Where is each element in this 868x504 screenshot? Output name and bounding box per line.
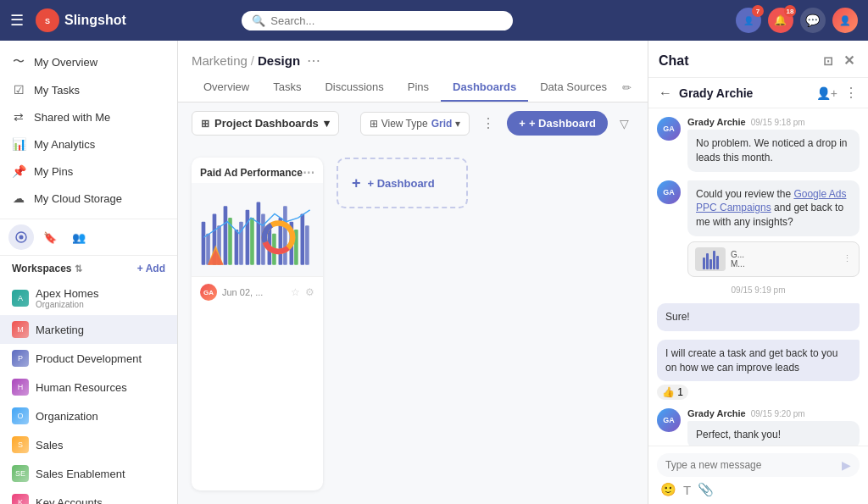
search-bar[interactable]: 🔍 xyxy=(242,11,513,30)
workspace-hr-name: Human Resources xyxy=(36,381,145,394)
tab-edit-icon[interactable]: ✏ xyxy=(619,75,635,101)
msg-header-5: Grady Archie 09/15 9:20 pm xyxy=(687,408,860,418)
sidebar-item-pins-label: My Pins xyxy=(34,165,73,178)
breadcrumb-current: Design xyxy=(258,53,300,68)
chat-input[interactable] xyxy=(665,459,838,471)
workspaces-label-group: Workspaces ⇅ xyxy=(12,263,82,274)
notifications-avatar[interactable]: 👤 7 xyxy=(736,8,761,33)
workspace-org[interactable]: O Organization ⋮ xyxy=(0,402,177,430)
chat-add-user-btn[interactable]: 👤+ xyxy=(816,86,837,100)
svg-rect-10 xyxy=(235,230,239,265)
msg-time-1: 09/15 9:18 pm xyxy=(751,118,805,127)
workspace-product[interactable]: P Product Development ⋮ xyxy=(0,344,177,373)
workspace-apex-name-wrap: Apex Homes Organization xyxy=(36,287,145,309)
chat-expand-btn[interactable]: ⊡ xyxy=(820,53,837,69)
sidebar-item-shared-label: Shared with Me xyxy=(34,111,110,124)
chat-header-actions: ⊡ ✕ xyxy=(820,51,858,70)
chat-icon-btn[interactable]: 💬 xyxy=(800,8,826,33)
text-format-btn[interactable]: T xyxy=(683,483,691,497)
view-type-btn[interactable]: ⊞ View Type Grid ▾ xyxy=(360,112,470,136)
breadcrumb: Marketing / Design ⋯ xyxy=(192,41,634,69)
sidebar-item-tasks[interactable]: ☑ My Tasks xyxy=(0,76,177,103)
chat-send-btn[interactable]: ▶ xyxy=(842,458,851,472)
dashboard-card-paid-ad[interactable]: Paid Ad Performance ⋯ xyxy=(192,158,323,490)
card-more-btn[interactable]: ⋯ xyxy=(303,166,314,180)
card-title: Paid Ad Performance xyxy=(200,167,303,179)
sidebar-item-overview[interactable]: 〜 My Overview xyxy=(0,47,177,76)
card-chart-svg xyxy=(195,186,320,273)
chat-close-btn[interactable]: ✕ xyxy=(840,51,858,70)
search-input[interactable] xyxy=(270,14,503,27)
msg-link[interactable]: Google Ads PPC Campaigns xyxy=(696,188,846,214)
chat-subheader: ← Grady Archie 👤+ ⋮ xyxy=(648,78,868,108)
sidebar-item-analytics-label: My Analytics xyxy=(34,138,95,151)
workspace-marketing[interactable]: M Marketing ⋮ xyxy=(0,315,177,344)
app-logo: S Slingshot xyxy=(36,8,126,32)
workspace-keyacc[interactable]: K Key Accounts ⋮ xyxy=(0,488,177,504)
svg-point-3 xyxy=(19,235,24,240)
tab-tasks[interactable]: Tasks xyxy=(261,74,313,102)
sidebar-item-cloud-label: My Cloud Storage xyxy=(34,192,122,205)
search-icon: 🔍 xyxy=(252,14,265,27)
msg-content-4: I will create a task and get back to you… xyxy=(657,340,860,401)
card-preview xyxy=(192,183,323,276)
add-dashboard-card[interactable]: + + Dashboard xyxy=(337,158,468,208)
msg-bubble-3: Sure! xyxy=(657,303,860,331)
sidebar-item-shared[interactable]: ⇄ Shared with Me xyxy=(0,103,177,130)
add-workspace-btn[interactable]: + Add xyxy=(137,263,165,274)
notification-badge: 7 xyxy=(752,5,764,17)
workspace-sales[interactable]: S Sales ⋮ xyxy=(0,430,177,459)
workspace-apex-sub: Organization xyxy=(36,300,145,309)
workspace-hr-icon: H xyxy=(12,379,29,396)
dashboards-grid: Paid Ad Performance ⋯ xyxy=(178,144,648,504)
tab-pins[interactable]: Pins xyxy=(396,74,441,102)
view-type-label: View Type xyxy=(381,118,428,130)
sidebar-bookmark-btn[interactable]: 🔖 xyxy=(37,224,63,250)
sidebar-item-cloud[interactable]: ☁ My Cloud Storage xyxy=(0,185,177,212)
breadcrumb-parent[interactable]: Marketing xyxy=(192,53,248,68)
app-name: Slingshot xyxy=(64,13,126,28)
tabs-row: Overview Tasks Discussions Pins Dashboar… xyxy=(192,74,634,102)
attachment-btn[interactable]: 📎 xyxy=(698,482,714,497)
chat-back-btn[interactable]: ← xyxy=(659,86,672,101)
filter-btn[interactable]: ▽ xyxy=(615,114,634,134)
sort-icon[interactable]: ⇅ xyxy=(75,263,82,274)
tab-dashboards[interactable]: Dashboards xyxy=(441,74,528,102)
emoji-btn[interactable]: 🙂 xyxy=(660,482,676,497)
tab-datasources[interactable]: Data Sources xyxy=(528,74,619,102)
card-options-btn[interactable]: ⚙ xyxy=(305,286,314,298)
user-avatar[interactable]: 👤 xyxy=(832,8,858,33)
card-star-btn[interactable]: ☆ xyxy=(291,286,300,298)
msg-content-1: Grady Archie 09/15 9:18 pm No problem. W… xyxy=(687,117,860,172)
sidebar-item-pins[interactable]: 📌 My Pins xyxy=(0,158,177,185)
breadcrumb-more-icon[interactable]: ⋯ xyxy=(307,53,320,69)
msg-name-1: Grady Archie xyxy=(687,117,746,127)
card-avatar: GA xyxy=(200,284,217,301)
workspace-product-name-wrap: Product Development xyxy=(36,352,145,365)
grid-icon: ⊞ xyxy=(201,118,209,130)
cloud-icon: ☁ xyxy=(12,191,25,205)
add-btn-label: + Dashboard xyxy=(529,117,596,130)
sidebar-layers-btn[interactable] xyxy=(8,224,34,250)
hamburger-menu[interactable]: ☰ xyxy=(10,11,24,30)
workspace-hr[interactable]: H Human Resources ⋮ xyxy=(0,373,177,402)
attach-more-btn[interactable]: ⋮ xyxy=(843,253,852,264)
msg-reaction[interactable]: 👍 1 xyxy=(657,385,688,400)
dashboard-selector[interactable]: ⊞ Project Dashboards ▾ xyxy=(192,111,339,136)
workspace-salesenb-icon: SE xyxy=(12,465,29,482)
msg-content-3: Sure! xyxy=(657,303,860,331)
chat-subheader-more-btn[interactable]: ⋮ xyxy=(844,85,858,101)
workspace-apex[interactable]: A Apex Homes Organization ⋮ xyxy=(0,281,177,315)
alerts-avatar[interactable]: 🔔 18 xyxy=(768,8,793,33)
tab-overview[interactable]: Overview xyxy=(192,74,261,102)
sidebar-people-btn[interactable]: 👥 xyxy=(66,224,92,250)
add-dashboard-btn[interactable]: + + Dashboard xyxy=(507,111,608,136)
chat-tools: 🙂 T 📎 xyxy=(657,477,860,497)
content-area: Marketing / Design ⋯ Overview Tasks Disc… xyxy=(178,41,648,504)
tab-discussions[interactable]: Discussions xyxy=(313,74,395,102)
workspace-product-name: Product Development xyxy=(36,352,145,365)
workspace-hr-name-wrap: Human Resources xyxy=(36,381,145,394)
sidebar-item-analytics[interactable]: 📊 My Analytics xyxy=(0,130,177,158)
workspace-salesenb[interactable]: SE Sales Enablement ⋮ xyxy=(0,459,177,488)
toolbar-more-btn[interactable]: ⋮ xyxy=(476,112,500,135)
